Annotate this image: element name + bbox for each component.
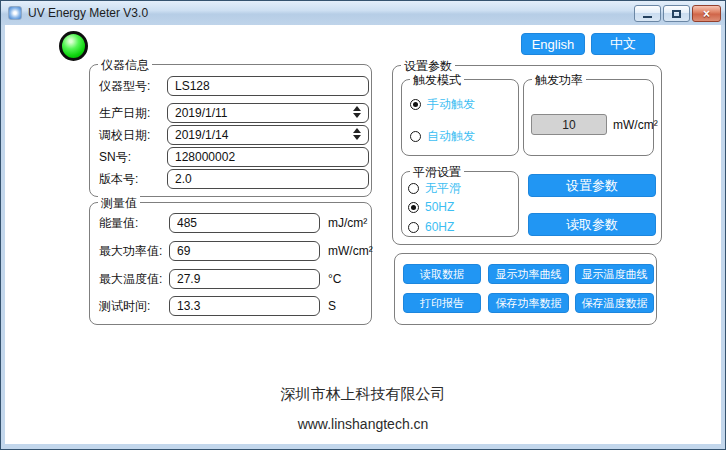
- language-chinese-button[interactable]: 中文: [591, 33, 655, 55]
- test-time-label: 测试时间:: [99, 298, 150, 315]
- read-params-button[interactable]: 读取参数: [528, 213, 656, 236]
- maximize-button[interactable]: [663, 5, 690, 22]
- radio-auto-trigger[interactable]: 自动触发: [410, 128, 475, 145]
- minimize-button[interactable]: [634, 5, 661, 22]
- sn-input[interactable]: [167, 147, 369, 167]
- set-params-button[interactable]: 设置参数: [528, 174, 656, 197]
- radio-60hz[interactable]: 60HZ: [408, 220, 454, 234]
- max-power-value-input[interactable]: [169, 241, 320, 261]
- window-controls: ×: [634, 5, 721, 22]
- measurements-group: 测量值 能量值: mJ/cm² 最大功率值: mW/cm² 最大温度值: °C …: [89, 202, 372, 325]
- radio-icon: [408, 222, 419, 233]
- version-input[interactable]: [167, 169, 369, 189]
- trigger-mode-group: 触发模式 手动触发 自动触发: [401, 79, 519, 156]
- max-power-unit: mW/cm²: [328, 244, 373, 258]
- company-name: 深圳市林上科技有限公司: [5, 385, 721, 404]
- device-model-label: 仪器型号:: [99, 78, 150, 95]
- radio-no-smoothing[interactable]: 无平滑: [408, 180, 461, 197]
- maximize-icon: [672, 10, 681, 18]
- energy-label-row: 能量值:: [99, 213, 138, 233]
- radio-icon: [410, 99, 421, 110]
- read-data-button[interactable]: 读取数据: [403, 264, 481, 284]
- titlebar[interactable]: UV Energy Meter V3.0 ×: [1, 1, 725, 25]
- version-label: 版本号:: [99, 171, 138, 188]
- window-title: UV Energy Meter V3.0: [28, 6, 148, 20]
- device-model-input[interactable]: [167, 76, 369, 96]
- spin-up-icon[interactable]: [353, 128, 361, 133]
- sn-label: SN号:: [99, 149, 131, 166]
- max-power-label-row: 最大功率值:: [99, 241, 162, 261]
- max-power-label: 最大功率值:: [99, 243, 162, 260]
- energy-label: 能量值:: [99, 215, 138, 232]
- radio-icon: [410, 131, 421, 142]
- auto-trigger-label: 自动触发: [427, 128, 475, 145]
- connection-status-led: [59, 31, 88, 61]
- actions-group: 读取数据 显示功率曲线 显示温度曲线 打印报告 保存功率数据 保存温度数据: [394, 253, 657, 325]
- test-time-label-row: 测试时间:: [99, 296, 150, 316]
- trigger-power-group: 触发功率 mW/cm²: [523, 79, 654, 156]
- calibration-date-spinner[interactable]: [353, 128, 361, 140]
- measurements-title: 测量值: [98, 195, 140, 212]
- calibration-date-input[interactable]: [167, 125, 369, 145]
- no-smoothing-label: 无平滑: [425, 180, 461, 197]
- spin-down-icon[interactable]: [353, 135, 361, 140]
- smoothing-title: 平滑设置: [410, 164, 464, 181]
- show-temp-curve-button[interactable]: 显示温度曲线: [575, 264, 654, 284]
- manual-trigger-label: 手动触发: [427, 96, 475, 113]
- close-icon: ×: [703, 7, 710, 21]
- save-power-data-button[interactable]: 保存功率数据: [488, 293, 569, 313]
- device-model-label-row: 仪器型号:: [99, 76, 150, 96]
- save-temp-data-button[interactable]: 保存温度数据: [575, 293, 654, 313]
- production-date-label-row: 生产日期:: [99, 103, 150, 123]
- website-url: www.linshangtech.cn: [5, 416, 721, 432]
- max-temp-label-row: 最大温度值:: [99, 269, 162, 289]
- radio-50hz[interactable]: 50HZ: [408, 200, 454, 214]
- max-temp-unit: °C: [328, 272, 341, 286]
- production-date-spinner[interactable]: [353, 106, 361, 118]
- settings-group: 设置参数 触发模式 手动触发 自动触发 触发功率 mW/cm²: [392, 65, 662, 245]
- smoothing-50hz-label: 50HZ: [425, 200, 454, 214]
- device-info-group: 仪器信息 仪器型号: 生产日期: 调校日期: SN号:: [89, 64, 372, 197]
- radio-manual-trigger[interactable]: 手动触发: [410, 96, 475, 113]
- trigger-mode-title: 触发模式: [410, 72, 464, 89]
- device-info-title: 仪器信息: [98, 57, 152, 74]
- trigger-power-input[interactable]: [531, 114, 607, 135]
- smoothing-60hz-label: 60HZ: [425, 220, 454, 234]
- smoothing-group: 平滑设置 无平滑 50HZ 60HZ: [401, 171, 519, 237]
- spin-down-icon[interactable]: [353, 113, 361, 118]
- energy-value-input[interactable]: [169, 213, 320, 233]
- minimize-icon: [643, 16, 652, 18]
- app-window: UV Energy Meter V3.0 × English 中文 仪器信息 仪…: [0, 0, 726, 450]
- version-label-row: 版本号:: [99, 169, 138, 189]
- calibration-date-label-row: 调校日期:: [99, 125, 150, 145]
- trigger-power-unit: mW/cm²: [613, 118, 658, 132]
- spin-up-icon[interactable]: [353, 106, 361, 111]
- show-power-curve-button[interactable]: 显示功率曲线: [488, 264, 569, 284]
- production-date-label: 生产日期:: [99, 105, 150, 122]
- radio-icon: [408, 202, 419, 213]
- client-area: English 中文 仪器信息 仪器型号: 生产日期: 调校日期:: [5, 25, 721, 444]
- print-report-button[interactable]: 打印报告: [403, 293, 481, 313]
- production-date-input[interactable]: [167, 103, 369, 123]
- test-time-unit: S: [328, 299, 336, 313]
- calibration-date-label: 调校日期:: [99, 127, 150, 144]
- max-temp-value-input[interactable]: [169, 269, 320, 289]
- test-time-value-input[interactable]: [169, 296, 320, 316]
- trigger-power-title: 触发功率: [532, 72, 586, 89]
- app-icon: [8, 6, 22, 20]
- max-temp-label: 最大温度值:: [99, 271, 162, 288]
- energy-unit: mJ/cm²: [328, 216, 367, 230]
- language-english-button[interactable]: English: [521, 33, 585, 55]
- radio-icon: [408, 183, 419, 194]
- sn-label-row: SN号:: [99, 147, 131, 167]
- close-button[interactable]: ×: [692, 5, 721, 22]
